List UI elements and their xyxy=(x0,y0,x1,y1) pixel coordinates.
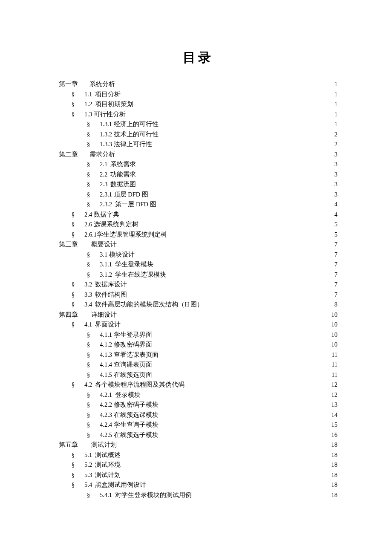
toc-entry: §5.3 测试计划18 xyxy=(59,470,337,480)
section-icon: § xyxy=(87,159,100,170)
toc-page-number: 5 xyxy=(334,220,337,230)
toc-section-num: 2.6.1 xyxy=(84,231,97,238)
toc-section-num: 4.1.1 xyxy=(100,331,112,338)
toc-text: 项目分析 xyxy=(95,91,121,98)
section-icon: § xyxy=(87,420,100,430)
toc-label: §5.2 测试环境 xyxy=(72,460,121,470)
toc-text: 查询课表页面 xyxy=(114,361,152,368)
section-icon: § xyxy=(72,220,84,230)
toc-page-number: 12 xyxy=(331,380,338,390)
toc-page-number: 11 xyxy=(331,360,337,370)
toc-entry: §2.4 数据字典4 xyxy=(59,210,337,220)
toc-text: 在线预选页面 xyxy=(114,371,152,378)
toc-label: §4.2.2 修改密码子模块 xyxy=(87,400,159,410)
toc-text: 功能需求 xyxy=(110,171,136,178)
toc-text: 对学生登录模块的测试用例 xyxy=(114,491,192,498)
toc-section-num: 5.2 xyxy=(84,461,92,468)
toc-page-number: 10 xyxy=(331,340,338,350)
toc-label: §4.2.3 在线预选课模块 xyxy=(87,410,159,420)
section-icon: § xyxy=(87,370,100,380)
toc-text: 经济上的可行性 xyxy=(114,121,159,127)
toc-page-number: 18 xyxy=(331,490,338,500)
toc-text: 法律上可行性 xyxy=(114,141,152,147)
toc-page-number: 7 xyxy=(334,290,337,300)
toc-entry: §3.1 模块设计7 xyxy=(59,250,337,260)
section-icon: § xyxy=(87,190,100,200)
toc-text: 第一层 DFD 图 xyxy=(114,201,156,208)
toc-entry: §4.2 各个模块程序流程图及其伪代码12 xyxy=(59,380,337,390)
toc-entry: §4.2.3 在线预选课模块14 xyxy=(59,410,337,420)
toc-section-num: 4.1.3 xyxy=(100,351,112,358)
toc-section-num: 3.3 xyxy=(84,291,92,298)
toc-label: §2.3 数据流图 xyxy=(87,179,136,190)
toc-label: §3.1.2 学生在线选课模块 xyxy=(87,270,166,280)
section-icon: § xyxy=(72,450,84,460)
toc-text: 学生登录模块 xyxy=(114,261,154,268)
toc-page-number: 14 xyxy=(331,410,338,420)
toc-label: §5.3 测试计划 xyxy=(72,470,121,480)
toc-entry: §1.3.2 技术上的可行性2 xyxy=(59,130,337,140)
toc-section-num: 5.4.1 xyxy=(100,491,112,498)
toc-section-num: 4.2.1 xyxy=(100,391,112,398)
toc-text: 模块设计 xyxy=(109,251,135,258)
section-icon: § xyxy=(87,400,100,410)
toc-label: §3.1 模块设计 xyxy=(87,250,135,260)
toc-page-number: 5 xyxy=(334,230,337,240)
toc-label: §3.4 软件高层功能的模块层次结构（H 图） xyxy=(72,300,203,310)
toc-text: 各个模块程序流程图及其伪代码 xyxy=(94,381,185,388)
toc-label: §1.2 项目初期策划 xyxy=(72,99,133,110)
toc-section-num: 2.6 xyxy=(84,221,92,228)
toc-page-number: 4 xyxy=(334,199,337,210)
toc-text: 软件高层功能的模块层次结构（H 图） xyxy=(94,301,204,308)
toc-section-num: 1.1 xyxy=(84,91,92,98)
section-icon: § xyxy=(87,430,100,440)
section-icon: § xyxy=(87,250,100,260)
toc-label: §3.1.1 学生登录模块 xyxy=(87,260,153,270)
toc-text: 测试计划 xyxy=(94,471,121,478)
toc-entry: §4.2.5 在线预选子模块16 xyxy=(59,430,337,440)
toc-text: 查看选课表页面 xyxy=(114,351,159,358)
toc-page-number: 7 xyxy=(334,240,337,250)
toc-entry: §3.1.2 学生在线选课模块7 xyxy=(59,270,337,280)
toc-page-number: 1 xyxy=(334,99,337,110)
section-icon: § xyxy=(87,490,100,500)
toc-entry: §4.1.4 查询课表页面11 xyxy=(59,360,337,370)
toc-page-number: 3 xyxy=(334,190,337,200)
toc-section-num: 3.4 xyxy=(84,301,92,308)
toc-section-num: 4.2.5 xyxy=(100,431,112,438)
toc-page-number: 2 xyxy=(334,130,337,140)
toc-text: 测试计划 xyxy=(89,441,117,448)
toc-page-number: 18 xyxy=(331,470,338,480)
toc-entry: §3.3 软件结构图7 xyxy=(59,290,337,300)
toc-section-num: 1.3.3 xyxy=(100,141,112,147)
toc-text: 修改密码子模块 xyxy=(114,401,159,408)
toc-page-number: 1 xyxy=(334,110,337,120)
section-icon: § xyxy=(87,139,100,150)
toc-section-num: 3.1.1 xyxy=(100,261,112,268)
toc-label: §1.1 项目分析 xyxy=(72,90,121,100)
toc-section-num: 2.4 xyxy=(84,211,92,218)
toc-entry: §3.2 数据库设计7 xyxy=(59,280,337,290)
toc-label: 第四章 详细设计 xyxy=(59,310,117,320)
toc-label: §2.6 选课系统判定树 xyxy=(72,220,138,230)
toc-text: 数据库设计 xyxy=(94,281,127,288)
toc-text: 软件结构图 xyxy=(94,291,127,298)
toc-entry: §2.6.1学生选课管理系统判定树5 xyxy=(59,230,337,240)
toc-text: 数据流图 xyxy=(110,181,136,188)
toc-text: 在线预选课模块 xyxy=(114,411,159,418)
toc-section-num: 2.2 xyxy=(100,171,107,178)
toc-entry: 第四章 详细设计10 xyxy=(59,310,337,320)
toc-chapter-num: 第五章 xyxy=(59,440,89,450)
toc-entry: 第三章 概要设计7 xyxy=(59,240,337,250)
toc-section-num: 4.1 xyxy=(84,321,92,328)
toc-entry: §5.4.1 对学生登录模块的测试用例18 xyxy=(59,490,337,500)
toc-label: 第一章系统分析 xyxy=(59,79,115,90)
section-icon: § xyxy=(87,260,100,270)
toc-text: 系统分析 xyxy=(89,81,115,87)
section-icon: § xyxy=(72,99,84,110)
section-icon: § xyxy=(87,360,100,370)
toc-text: 项目初期策划 xyxy=(95,101,133,107)
toc-page-number: 15 xyxy=(331,420,338,430)
toc-label: §4.1.1 学生登录界面 xyxy=(87,330,152,340)
toc-entry: §1.1 项目分析1 xyxy=(59,90,337,100)
